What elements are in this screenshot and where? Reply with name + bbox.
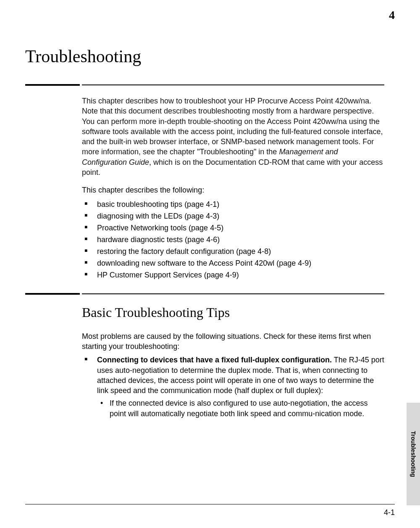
divider-thick [25, 293, 80, 295]
divider-thin [82, 84, 384, 85]
content-area: This chapter describes how to troublesho… [82, 84, 384, 421]
section-heading: Basic Troubleshooting Tips [82, 305, 384, 320]
tips-list: Connecting to devices that have a fixed … [82, 355, 384, 419]
page: 4 Troubleshooting Troubleshooting This c… [0, 0, 420, 528]
footer-divider [25, 504, 395, 504]
side-tab-label: Troubleshooting [410, 431, 417, 477]
list-item: basic troubleshooting tips (page 4-1) [82, 199, 384, 211]
list-item: diagnosing with the LEDs (page 4-3) [82, 211, 384, 222]
chapter-title: Troubleshooting [25, 46, 141, 66]
tip-bold: Connecting to devices that have a fixed … [97, 356, 332, 364]
divider-thick [25, 84, 80, 86]
list-item: Proactive Networking tools (page 4-5) [82, 222, 384, 234]
side-tab: Troubleshooting [407, 403, 420, 505]
divider-thin [82, 293, 384, 294]
chapter-number: 4 [389, 8, 395, 22]
section-divider [82, 84, 384, 86]
tip-item: Connecting to devices that have a fixed … [82, 355, 384, 419]
tip-subitem: If the connected device is also configur… [97, 398, 384, 419]
chapter-contents-list: basic troubleshooting tips (page 4-1) di… [82, 199, 384, 281]
list-intro: This chapter describes the following: [82, 186, 384, 195]
intro-paragraph: This chapter describes how to troublesho… [82, 96, 384, 177]
page-number: 4-1 [384, 508, 395, 517]
list-item: HP Customer Support Services (page 4-9) [82, 269, 384, 281]
list-item: hardware diagnostic tests (page 4-6) [82, 234, 384, 246]
tip-sublist: If the connected device is also configur… [97, 398, 384, 419]
section-intro: Most problems are caused by the followin… [82, 331, 384, 352]
list-item: downloading new software to the Access P… [82, 258, 384, 269]
list-item: restoring the factory default configurat… [82, 246, 384, 258]
section-divider [82, 293, 384, 295]
